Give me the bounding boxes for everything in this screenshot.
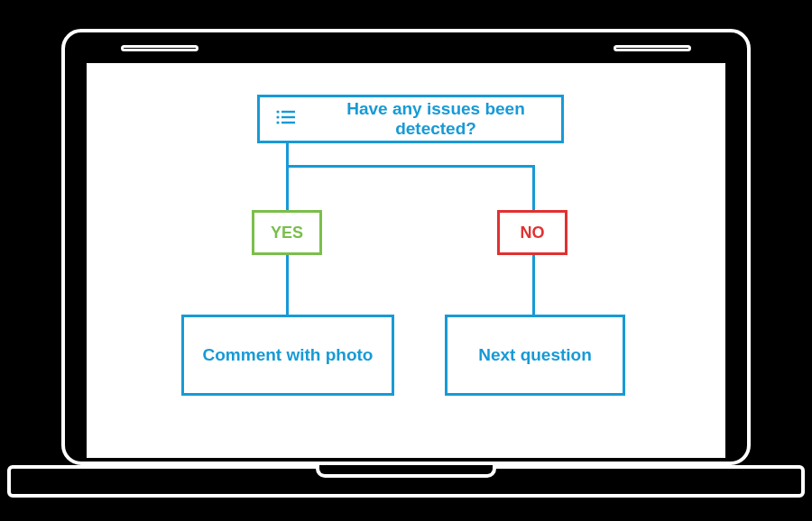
laptop-frame: Have any issues been detected? YES NO Co… (61, 29, 751, 465)
laptop-base (7, 465, 805, 498)
speaker-slot-right (614, 45, 691, 51)
svg-point-2 (276, 121, 279, 123)
no-node: NO (497, 210, 567, 255)
speaker-slot-left (121, 45, 198, 51)
question-text: Have any issues been detected? (310, 99, 561, 139)
svg-rect-3 (281, 110, 295, 112)
connector-line (286, 165, 535, 168)
list-icon (276, 109, 296, 130)
svg-rect-5 (281, 121, 295, 123)
connector-line (286, 143, 289, 210)
svg-rect-4 (281, 115, 295, 117)
connector-line (532, 165, 535, 210)
svg-point-1 (276, 115, 279, 118)
flowchart-diagram: Have any issues been detected? YES NO Co… (89, 66, 723, 455)
question-node: Have any issues been detected? (257, 95, 564, 143)
comment-text: Comment with photo (203, 343, 374, 367)
yes-label: YES (271, 224, 303, 242)
no-label: NO (521, 224, 545, 242)
connector-line (532, 255, 535, 315)
yes-node: YES (252, 210, 322, 255)
comment-node: Comment with photo (181, 315, 394, 396)
connector-line (286, 255, 289, 315)
svg-point-0 (276, 110, 279, 113)
next-text: Next question (478, 345, 592, 365)
next-question-node: Next question (445, 315, 625, 396)
laptop-notch (316, 465, 496, 478)
laptop-screen: Have any issues been detected? YES NO Co… (87, 63, 725, 458)
